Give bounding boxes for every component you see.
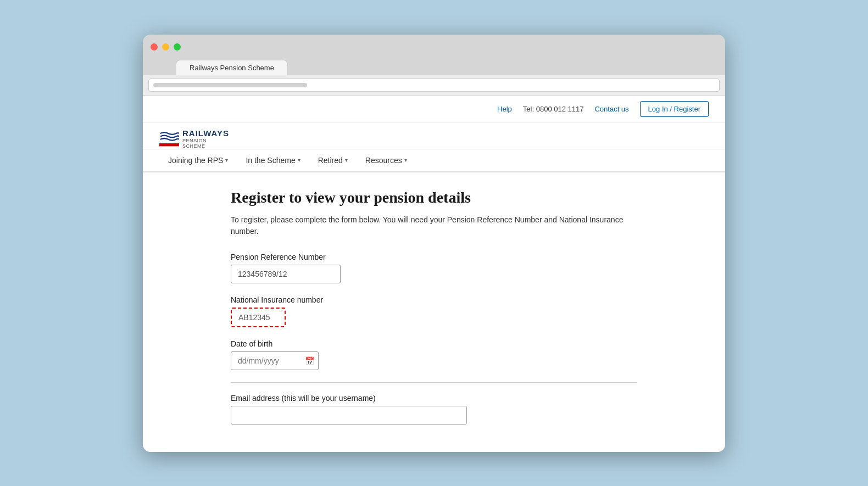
dob-group: Date of birth 📅 bbox=[231, 339, 637, 370]
navigation: Joining the RPS ▾ In the Scheme ▾ Retire… bbox=[143, 149, 725, 172]
email-label: Email address (this will be your usernam… bbox=[231, 394, 637, 403]
minimize-button[interactable] bbox=[162, 43, 169, 51]
url-fill bbox=[153, 83, 307, 87]
ni-group: National Insurance number bbox=[231, 295, 637, 327]
browser-chrome bbox=[143, 75, 725, 96]
traffic-lights bbox=[151, 43, 181, 51]
pension-ref-group: Pension Reference Number bbox=[231, 253, 637, 283]
page-content: Help Tel: 0800 012 1117 Contact us Log I… bbox=[143, 96, 725, 452]
nav-retired[interactable]: Retired ▾ bbox=[309, 149, 357, 171]
chevron-down-icon: ▾ bbox=[345, 157, 348, 163]
utility-bar: Help Tel: 0800 012 1117 Contact us Log I… bbox=[143, 96, 725, 123]
nav-resources-label: Resources bbox=[365, 156, 402, 165]
logo-icon bbox=[159, 129, 179, 148]
login-register-button[interactable]: Log In / Register bbox=[640, 101, 709, 117]
chevron-down-icon: ▾ bbox=[404, 157, 407, 163]
nav-resources[interactable]: Resources ▾ bbox=[357, 149, 416, 171]
nav-in-scheme-label: In the Scheme bbox=[246, 156, 295, 165]
nav-joining-rps-label: Joining the RPS bbox=[168, 156, 223, 165]
browser-tab[interactable]: Railways Pension Scheme bbox=[176, 60, 288, 75]
pension-ref-input[interactable] bbox=[231, 265, 341, 283]
main-content: Register to view your pension details To… bbox=[143, 172, 725, 452]
nav-retired-label: Retired bbox=[318, 156, 343, 165]
ni-input[interactable] bbox=[231, 308, 286, 327]
dob-label: Date of birth bbox=[231, 339, 637, 348]
chevron-down-icon: ▾ bbox=[298, 157, 301, 163]
nav-joining-rps[interactable]: Joining the RPS ▾ bbox=[159, 149, 237, 171]
tab-bar: Railways Pension Scheme bbox=[143, 60, 725, 75]
logo-scheme-text: SCHEME bbox=[182, 143, 229, 149]
form-divider bbox=[231, 382, 637, 383]
nav-in-scheme[interactable]: In the Scheme ▾ bbox=[237, 149, 309, 171]
title-bar bbox=[143, 35, 725, 60]
email-input[interactable] bbox=[231, 406, 467, 424]
chevron-down-icon: ▾ bbox=[225, 157, 228, 163]
email-group: Email address (this will be your usernam… bbox=[231, 394, 637, 424]
close-button[interactable] bbox=[151, 43, 158, 51]
pension-ref-label: Pension Reference Number bbox=[231, 253, 637, 261]
address-bar[interactable] bbox=[148, 79, 720, 92]
page-title: Register to view your pension details bbox=[231, 189, 637, 206]
page-description: To register, please complete the form be… bbox=[231, 214, 637, 237]
svg-rect-1 bbox=[159, 143, 179, 146]
header: RAILWAYS PENSION SCHEME bbox=[143, 123, 725, 149]
maximize-button[interactable] bbox=[174, 43, 181, 51]
ni-label: National Insurance number bbox=[231, 295, 637, 304]
logo-text: RAILWAYS PENSION SCHEME bbox=[182, 129, 229, 149]
help-link[interactable]: Help bbox=[497, 105, 512, 113]
tab-label: Railways Pension Scheme bbox=[190, 64, 274, 72]
dob-input[interactable] bbox=[231, 351, 319, 370]
logo-pension-text: PENSION bbox=[182, 138, 229, 143]
contact-link[interactable]: Contact us bbox=[594, 105, 628, 113]
logo-railways-text: RAILWAYS bbox=[182, 129, 229, 138]
phone-number: Tel: 0800 012 1117 bbox=[523, 105, 584, 113]
logo[interactable]: RAILWAYS PENSION SCHEME bbox=[159, 129, 229, 149]
date-input-wrapper: 📅 bbox=[231, 351, 319, 370]
